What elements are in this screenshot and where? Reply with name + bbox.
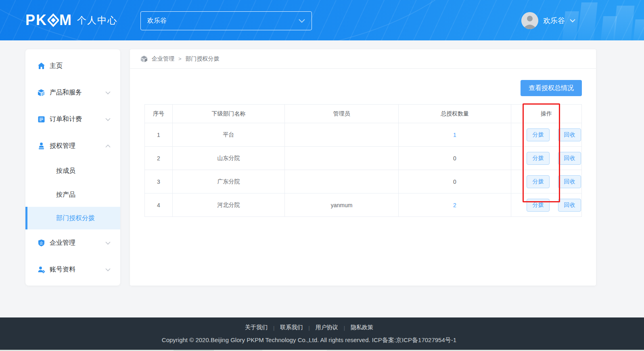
chevron-down-icon	[570, 19, 575, 23]
toolbar: 查看授权总情况	[130, 69, 596, 96]
footer-link-contact[interactable]: 联系我们	[280, 324, 303, 331]
sidebar-item-authorization[interactable]: 授权管理	[25, 132, 120, 159]
sidebar-subitem-label: 按产品	[56, 191, 75, 199]
sidebar: 主页 产品和服务	[25, 49, 120, 286]
chevron-down-icon	[105, 89, 111, 96]
footer-separator: |	[344, 325, 345, 331]
sidebar-subitem-by-product[interactable]: 按产品	[25, 183, 120, 207]
footer-link-agreement[interactable]: 用户协议	[316, 324, 338, 331]
sidebar-subitem-label: 部门授权分拨	[56, 214, 95, 223]
cell-admin	[285, 147, 399, 170]
user-name: 欢乐谷	[543, 16, 565, 25]
footer-links: 关于我们 | 联系我们 | 用户协议 | 隐私政策	[245, 324, 373, 331]
sidebar-item-label: 企业管理	[50, 239, 75, 247]
cell-admin	[285, 123, 399, 147]
product-box-icon	[38, 89, 45, 97]
footer-link-privacy[interactable]: 隐私政策	[351, 324, 373, 331]
content-area: 主页 产品和服务	[0, 40, 644, 317]
col-header-dept: 下级部门名称	[173, 105, 285, 123]
footer-separator: |	[273, 325, 274, 331]
order-list-icon	[38, 116, 45, 123]
cell-seq: 4	[145, 193, 173, 217]
user-menu[interactable]: 欢乐谷	[521, 12, 575, 29]
view-total-authorization-button[interactable]: 查看授权总情况	[521, 80, 582, 96]
chevron-down-icon	[105, 116, 111, 123]
cell-seq: 1	[145, 123, 173, 147]
authorization-table-wrap: 序号 下级部门名称 管理员 总授权数量 操作 1 平台 1 分拨	[144, 104, 581, 217]
organization-select[interactable]: 欢乐谷	[140, 11, 312, 30]
header-decor-building	[601, 16, 617, 40]
table-row: 1 平台 1 分拨 回收	[145, 123, 582, 147]
col-header-seq: 序号	[145, 105, 173, 123]
recycle-button[interactable]: 回收	[558, 128, 581, 141]
sidebar-item-orders-billing[interactable]: 订单和计费	[25, 106, 120, 132]
chevron-down-icon	[105, 239, 111, 246]
allocate-button[interactable]: 分拨	[527, 152, 550, 165]
col-header-admin: 管理员	[285, 105, 399, 123]
total-count: 0	[453, 155, 456, 162]
sidebar-item-label: 主页	[50, 62, 63, 70]
main-panel: 企业管理 > 部门授权分拨 查看授权总情况 序号 下级部门名称 管理员 总授权数…	[130, 49, 596, 286]
table-row: 3 广东分院 0 分拨 回收	[145, 170, 582, 193]
table-row: 4 河北分院 yanmum 2 分拨 回收	[145, 193, 582, 217]
total-count-link[interactable]: 1	[453, 132, 456, 138]
svg-text:企: 企	[40, 241, 43, 245]
stamp-user-icon	[38, 142, 45, 150]
table-row: 2 山东分院 0 分拨 回收	[145, 147, 582, 170]
cell-seq: 3	[145, 170, 173, 193]
table-header-row: 序号 下级部门名称 管理员 总授权数量 操作	[145, 105, 582, 123]
sidebar-item-account[interactable]: 账号资料	[25, 256, 120, 283]
organization-select-value: 欢乐谷	[147, 17, 167, 25]
sidebar-item-label: 授权管理	[50, 142, 75, 150]
portal-label: 个人中心	[77, 14, 117, 27]
cell-admin: yanmum	[285, 193, 399, 217]
recycle-button[interactable]: 回收	[558, 152, 581, 165]
allocate-button[interactable]: 分拨	[527, 128, 550, 141]
avatar[interactable]	[521, 12, 538, 29]
cell-seq: 2	[145, 147, 173, 170]
header-decor-building	[633, 19, 644, 40]
allocate-button[interactable]: 分拨	[527, 199, 550, 212]
sidebar-item-label: 订单和计费	[50, 115, 82, 124]
chevron-down-icon	[105, 266, 111, 273]
footer-separator: |	[308, 325, 309, 331]
chevron-up-icon	[105, 142, 111, 149]
total-count-link[interactable]: 2	[453, 202, 456, 208]
authorization-table: 序号 下级部门名称 管理员 总授权数量 操作 1 平台 1 分拨	[144, 104, 582, 217]
account-gear-icon	[38, 266, 45, 273]
logo-left: PK	[25, 11, 47, 29]
pkpm-logo-text: PK M	[25, 11, 72, 29]
breadcrumb: 企业管理 > 部门授权分拨	[130, 49, 596, 69]
breadcrumb-item-dept-authorization: 部门授权分拨	[186, 55, 220, 63]
total-count: 0	[453, 179, 456, 185]
page-footer: 关于我们 | 联系我们 | 用户协议 | 隐私政策 Copyright © 20…	[0, 317, 644, 350]
col-header-total: 总授权数量	[399, 105, 511, 123]
sidebar-item-products-services[interactable]: 产品和服务	[25, 79, 120, 106]
breadcrumb-item-enterprise[interactable]: 企业管理	[152, 55, 174, 63]
header-decor-building	[613, 6, 634, 40]
cell-dept: 山东分院	[173, 147, 285, 170]
pkpm-logo: PK M 个人中心	[25, 11, 117, 29]
sidebar-item-home[interactable]: 主页	[25, 53, 120, 79]
user-icon	[521, 12, 538, 29]
recycle-button[interactable]: 回收	[558, 175, 581, 188]
footer-link-about[interactable]: 关于我们	[245, 324, 268, 331]
cell-dept: 平台	[173, 123, 285, 147]
enterprise-shield-icon: 企	[38, 239, 45, 247]
col-header-actions: 操作	[511, 105, 582, 123]
app-header: PK M 个人中心 欢乐谷 欢乐谷	[0, 0, 644, 40]
allocate-button[interactable]: 分拨	[527, 175, 550, 188]
sidebar-subitem-by-member[interactable]: 按成员	[25, 159, 120, 183]
recycle-button[interactable]: 回收	[558, 199, 581, 212]
home-icon	[38, 62, 45, 70]
cell-dept: 河北分院	[173, 193, 285, 217]
chevron-down-icon	[299, 19, 305, 23]
copyright-text: Copyright © 2020.Beijing Glory PKPM Tech…	[0, 336, 618, 344]
sidebar-item-enterprise[interactable]: 企 企业管理	[25, 229, 120, 256]
cell-admin	[285, 170, 399, 193]
header-decor-building	[577, 2, 598, 40]
breadcrumb-separator: >	[178, 56, 182, 62]
cube-icon	[140, 55, 148, 63]
sidebar-subitem-dept-authorization[interactable]: 部门授权分拨	[25, 207, 120, 229]
cell-dept: 广东分院	[173, 170, 285, 193]
